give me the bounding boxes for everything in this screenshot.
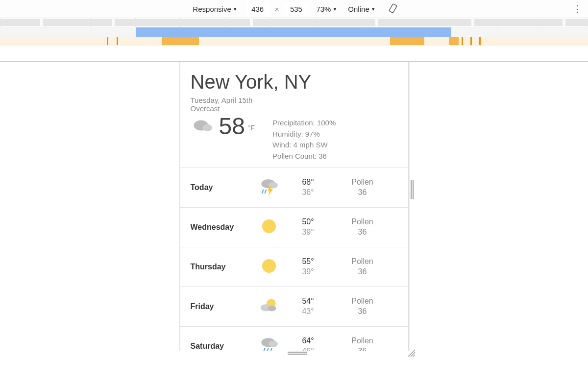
zoom-label: 73% [316,5,331,13]
forecast-row[interactable]: Thursday55°39°Pollen36 [180,247,408,287]
precipitation-label: Precipitation: [272,119,315,127]
rain-icon [249,335,289,351]
svg-point-8 [262,219,276,233]
svg-point-14 [269,341,278,347]
svg-point-12 [268,306,276,311]
forecast-day: Wednesday [191,223,249,232]
sunny-icon [249,216,289,238]
viewport-stage: New York, NY Tuesday, April 15th Overcas… [0,62,588,351]
height-input[interactable] [284,3,308,15]
forecast-temps: 64°46° [289,336,328,351]
dimension-separator: × [275,5,279,13]
device-frame: New York, NY Tuesday, April 15th Overcas… [179,62,409,351]
current-temperature: 58 [219,115,245,138]
resize-handle-bottom[interactable] [283,351,312,356]
svg-rect-0 [389,3,397,13]
forecast-pollen: Pollen36 [328,217,397,238]
forecast-temps: 68°36° [289,177,328,198]
forecast-pollen: Pollen36 [328,177,397,198]
forecast-day: Friday [191,302,249,311]
forecast-temps: 55°39° [289,257,328,277]
forecast-low: 46° [289,346,328,351]
svg-point-9 [262,259,276,273]
throttling-label: Online [348,5,369,13]
forecast-high: 54° [289,296,328,307]
media-query-bar-max[interactable] [0,27,588,37]
wind-label: Wind: [272,141,291,149]
forecast-temps: 50°39° [289,217,328,238]
forecast-row[interactable]: Saturday64°46°Pollen36 [180,327,408,351]
forecast-low: 43° [289,307,328,317]
forecast-row[interactable]: Wednesday50°39°Pollen36 [180,208,408,247]
forecast-high: 68° [289,177,328,188]
zoom-select[interactable]: 73% [313,4,340,14]
sunny-icon [249,256,289,278]
partly-icon [249,296,289,317]
forecast-list: Today68°36°Pollen36Wednesday50°39°Pollen… [180,168,408,351]
condition-text: Overcast [191,104,397,113]
forecast-day: Saturday [191,342,249,351]
forecast-high: 50° [289,217,328,227]
svg-line-15 [263,348,265,351]
wind-value: 4 mph SW [294,141,328,149]
device-toolbar: Responsive × 73% Online ⋮ [0,0,588,18]
overcast-icon [191,115,216,138]
pollen-label: Pollen Count: [272,152,317,160]
more-options-icon[interactable]: ⋮ [572,0,582,18]
current-stats: Precipitation: 100% Humidity: 97% Wind: … [272,118,336,162]
forecast-temps: 54°43° [289,296,328,317]
forecast-pollen: Pollen36 [328,296,397,317]
svg-line-16 [267,348,268,351]
resize-handle-right[interactable] [409,177,415,202]
ruler-row [0,18,588,27]
forecast-day: Today [191,183,249,192]
weather-card: New York, NY Tuesday, April 15th Overcas… [179,62,409,351]
forecast-low: 39° [289,227,328,238]
device-label: Responsive [193,5,231,13]
pollen-value: 36 [318,152,327,160]
resize-handle-corner[interactable] [406,348,416,358]
rotate-icon[interactable] [388,3,398,15]
forecast-row[interactable]: Friday54°43°Pollen36 [180,287,408,327]
date-text: Tuesday, April 15th [191,96,397,104]
forecast-low: 36° [289,188,328,198]
media-query-bar-min[interactable] [0,37,588,46]
temperature-unit: °F [248,124,255,132]
forecast-pollen: Pollen36 [328,336,397,351]
thunderstorm-icon [249,177,289,198]
svg-line-17 [270,348,271,351]
svg-point-2 [202,124,212,132]
forecast-pollen: Pollen36 [328,257,397,277]
svg-line-6 [262,190,263,194]
forecast-low: 39° [289,267,328,277]
throttling-select[interactable]: Online [345,4,378,14]
svg-line-7 [265,190,266,194]
humidity-label: Humidity: [272,130,303,138]
forecast-high: 55° [289,257,328,267]
forecast-day: Thursday [191,263,249,271]
device-select[interactable]: Responsive [190,4,240,14]
humidity-value: 97% [305,130,320,138]
width-input[interactable] [245,3,270,15]
forecast-row[interactable]: Today68°36°Pollen36 [180,168,408,208]
forecast-high: 64° [289,336,328,346]
precipitation-value: 100% [317,119,336,127]
city-name: New York, NY [191,71,397,93]
